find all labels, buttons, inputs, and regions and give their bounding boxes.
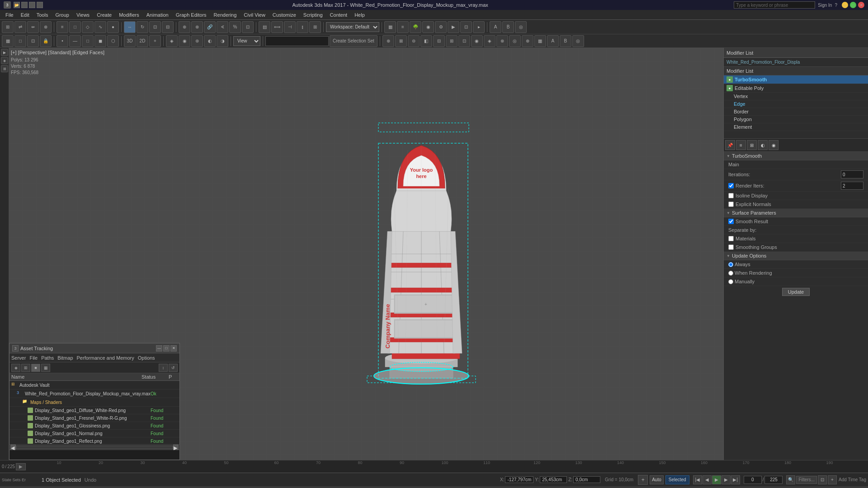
- materials-check[interactable]: [728, 236, 734, 241]
- lp-btn2[interactable]: ◈: [1, 57, 8, 64]
- asset-minimize[interactable]: —: [156, 345, 162, 352]
- tb-unlink[interactable]: ⇍: [27, 21, 39, 33]
- x-value[interactable]: -127,797cm: [505, 476, 533, 483]
- scroll-right[interactable]: ▶: [173, 445, 179, 450]
- sub-border[interactable]: Border: [724, 108, 868, 116]
- tb-render-frame[interactable]: ▶: [448, 21, 459, 33]
- tb-select-rotate[interactable]: ↻: [137, 21, 148, 33]
- tb-snaps-toggle[interactable]: 🔗: [204, 21, 216, 33]
- list-item[interactable]: ⊞ Autodesk Vault: [9, 381, 179, 389]
- tb-percent-snap[interactable]: %: [229, 21, 241, 33]
- tb-render-setup[interactable]: ⚙: [435, 21, 447, 33]
- menu-views[interactable]: Views: [73, 11, 93, 19]
- menu-edit[interactable]: Edit: [17, 11, 33, 19]
- atb-refresh[interactable]: ↺: [169, 364, 178, 372]
- modifier-editable-poly[interactable]: ● Editable Poly: [724, 84, 868, 93]
- tb-material-ed[interactable]: ◉: [422, 21, 434, 33]
- tb-active-view[interactable]: ⊡: [460, 21, 472, 33]
- mod-icon-anim[interactable]: ◐: [758, 140, 768, 150]
- tb2-lock[interactable]: 🔒: [40, 35, 52, 47]
- anim-play[interactable]: ▶: [712, 475, 721, 484]
- tb-angle-snap[interactable]: ∢: [217, 21, 228, 33]
- asset-menu-options[interactable]: Options: [138, 355, 155, 361]
- tb2-extra9[interactable]: ◈: [484, 35, 495, 47]
- sub-vertex[interactable]: Vertex: [724, 93, 868, 100]
- tb2-extra8[interactable]: ◉: [471, 35, 483, 47]
- close-btn[interactable]: ✕: [858, 2, 864, 8]
- tb2-poly[interactable]: ◼: [94, 35, 106, 47]
- always-radio[interactable]: [728, 262, 733, 267]
- workspace-dropdown[interactable]: Workspace: Default: [326, 22, 379, 32]
- tb2-extra3[interactable]: ⊜: [408, 35, 420, 47]
- atb-btn2[interactable]: ⊞: [21, 364, 30, 372]
- menu-civil-view[interactable]: Civil View: [240, 11, 269, 19]
- anim-zoom-ext[interactable]: ⊡: [818, 475, 827, 484]
- tb-select-by-name[interactable]: ≡: [57, 21, 68, 33]
- atb-expand[interactable]: ↕: [159, 364, 168, 372]
- atb-btn4[interactable]: ▦: [41, 364, 50, 372]
- sub-edge[interactable]: Edge: [724, 100, 868, 108]
- update-options-section[interactable]: Update Options: [724, 252, 868, 260]
- frame-advance[interactable]: ▶: [16, 463, 26, 470]
- when-rendering-radio[interactable]: [728, 271, 733, 276]
- asset-path-input[interactable]: [9, 450, 179, 460]
- anim-next-frame[interactable]: ▶: [722, 475, 731, 484]
- surface-params-section[interactable]: Surface Parameters: [724, 209, 868, 217]
- create-selection-input[interactable]: [265, 36, 329, 46]
- quick-access-open[interactable]: 📂: [14, 2, 20, 8]
- menu-file[interactable]: File: [2, 11, 17, 19]
- asset-menu-server[interactable]: Server: [11, 355, 26, 361]
- mod-icon-extra[interactable]: ◉: [769, 140, 778, 150]
- list-item[interactable]: 📁 Maps / Shaders: [9, 398, 179, 407]
- lp-btn1[interactable]: ▶: [1, 49, 8, 56]
- tb2-more7[interactable]: ◑: [217, 35, 228, 47]
- anim-go-start[interactable]: |◀: [693, 475, 702, 484]
- menu-content[interactable]: Content: [326, 11, 351, 19]
- tb-rect-select[interactable]: □: [69, 21, 81, 33]
- list-item[interactable]: Display_Stand_geo1_Normal.png Found: [9, 430, 179, 437]
- tb2-2d-snaps[interactable]: 2D: [137, 35, 148, 47]
- tb2-extra4[interactable]: ◧: [420, 35, 432, 47]
- asset-close[interactable]: ✕: [170, 345, 177, 352]
- search-box[interactable]: Type a keyword or phrase: [734, 1, 815, 9]
- sub-element[interactable]: Element: [724, 123, 868, 131]
- asset-menu-bitmap[interactable]: Bitmap: [57, 355, 73, 361]
- tb2-extra6[interactable]: ⊞: [446, 35, 458, 47]
- tb-layer-mgr[interactable]: ▦: [384, 21, 396, 33]
- minimize-btn[interactable]: —: [842, 2, 848, 8]
- manually-radio[interactable]: [728, 279, 733, 284]
- tb2-sel-filter2[interactable]: □: [14, 35, 26, 47]
- tb-bind[interactable]: ⊗: [40, 21, 52, 33]
- tb2-extra12[interactable]: ⊕: [522, 35, 533, 47]
- list-item[interactable]: Display_Stand_geo1_Reflect.png Found: [9, 437, 179, 444]
- scroll-left[interactable]: ◀: [10, 445, 16, 450]
- filters-btn[interactable]: Filters...: [796, 476, 817, 484]
- menu-scripting[interactable]: Scripting: [300, 11, 326, 19]
- atb-btn3[interactable]: ■: [31, 364, 40, 372]
- tb-spacing[interactable]: ⫿: [297, 21, 308, 33]
- iterations-input[interactable]: 0: [841, 170, 863, 178]
- smooth-result-check[interactable]: [728, 219, 734, 224]
- mod-icon-list[interactable]: ≡: [736, 140, 746, 150]
- tb-reference-coord[interactable]: ⊕: [179, 21, 190, 33]
- tb2-more3[interactable]: ◈: [166, 35, 178, 47]
- turbosmooth-section[interactable]: TurboSmooth: [724, 152, 868, 160]
- tb-scene-exp[interactable]: 🌳: [410, 21, 421, 33]
- tb2-extra5[interactable]: ⊟: [433, 35, 445, 47]
- anim-add-tag[interactable]: +: [828, 475, 837, 484]
- anim-prev-frame[interactable]: ◀: [703, 475, 712, 484]
- tb-select-obj[interactable]: ⊞: [2, 21, 14, 33]
- tb-select-scale[interactable]: ⊡: [149, 21, 161, 33]
- sub-polygon[interactable]: Polygon: [724, 116, 868, 123]
- list-item[interactable]: Display_Stand_geo1_Fresnel_White-R-G.png…: [9, 414, 179, 422]
- menu-customize[interactable]: Customize: [269, 11, 300, 19]
- tb2-extra2[interactable]: ⊠: [395, 35, 407, 47]
- asset-maximize[interactable]: □: [163, 345, 170, 352]
- menu-tools[interactable]: Tools: [33, 11, 52, 19]
- menu-modifiers[interactable]: Modifiers: [115, 11, 143, 19]
- tb2-more5[interactable]: ⊛: [191, 35, 203, 47]
- asset-menu-perf[interactable]: Performance and Memory: [77, 355, 134, 361]
- tb-text2[interactable]: B: [502, 21, 514, 33]
- quick-access-redo[interactable]: [37, 2, 43, 8]
- tb-edit-named-sel[interactable]: ▤: [259, 21, 270, 33]
